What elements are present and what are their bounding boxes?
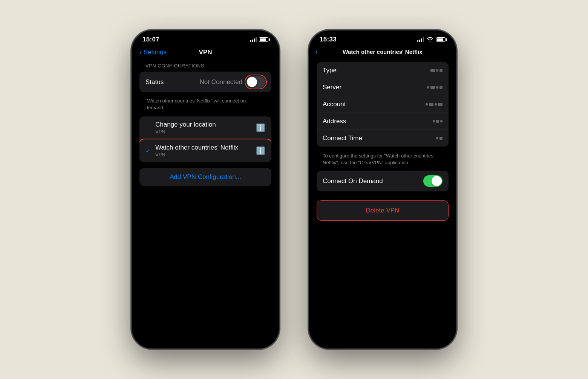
server-value [427, 86, 443, 89]
page-title-left: VPN [199, 49, 212, 56]
vpn-item-title-2: Watch other countries' Netflix [155, 144, 253, 151]
delete-vpn-button[interactable]: Delete VPN [317, 200, 449, 221]
vpn-item-change-location[interactable]: Change your location VPN ℹ️ [139, 116, 271, 139]
type-value [430, 69, 443, 72]
vpn-item-netflix[interactable]: ✓ Watch other countries' Netflix VPN ℹ️ [139, 139, 271, 162]
vpn-item-text: Change your location VPN [155, 121, 253, 134]
server-row[interactable]: Server [317, 79, 449, 96]
battery-icon-left [259, 37, 268, 42]
status-label: Status [145, 78, 200, 86]
delete-vpn-label: Delete VPN [366, 207, 400, 214]
connect-on-demand-toggle[interactable] [423, 175, 443, 187]
server-label: Server [323, 84, 427, 91]
connect-time-value [436, 137, 443, 140]
left-screen: 15:07 ‹ Settings VP [132, 31, 279, 348]
vpn-list: Change your location VPN ℹ️ ✓ Watch othe… [139, 116, 271, 162]
status-time-left: 15:07 [142, 36, 159, 43]
connect-time-row[interactable]: Connect Time [317, 130, 449, 147]
dynamic-island-left [183, 35, 228, 48]
right-phone: 15:33 [309, 31, 456, 348]
account-label: Account [323, 101, 426, 108]
back-button-right[interactable]: ‹ [315, 47, 318, 57]
status-icons-right [417, 37, 446, 43]
chevron-left-icon: ‹ [139, 48, 142, 57]
status-icons-left [250, 37, 268, 42]
wifi-icon-right [427, 37, 433, 43]
account-value [426, 103, 443, 106]
demand-toggle-thumb [432, 176, 442, 186]
vpn-item-title-1: Change your location [155, 121, 253, 128]
status-group: Status Not Connected [139, 72, 271, 92]
type-row[interactable]: Type [317, 62, 449, 79]
back-button-left[interactable]: ‹ Settings [139, 48, 167, 57]
back-label-left: Settings [144, 49, 167, 56]
vpn-description: "Watch other countries' Netflix" will co… [139, 95, 271, 115]
add-vpn-label: Add VPN Configuration... [170, 173, 241, 180]
chevron-left-icon-right: ‹ [315, 47, 318, 57]
status-time-right: 15:33 [320, 36, 337, 43]
vpn-item-text-2: Watch other countries' Netflix VPN [155, 144, 253, 157]
connect-on-demand-label: Connect On Demand [323, 177, 423, 185]
address-row[interactable]: Address [317, 113, 449, 130]
signal-icon-left [250, 37, 257, 42]
dynamic-island-right [360, 35, 405, 48]
add-vpn-button[interactable]: Add VPN Configuration... [139, 168, 271, 186]
content-right: Type Server [309, 58, 456, 348]
vpn-item-subtitle-1: VPN [155, 129, 253, 134]
account-row[interactable]: Account [317, 96, 449, 113]
connect-time-label: Connect Time [323, 134, 436, 142]
right-screen: 15:33 [309, 31, 456, 348]
address-label: Address [323, 118, 433, 125]
check-icon-netflix: ✓ [145, 147, 152, 154]
status-toggle[interactable] [246, 76, 265, 88]
signal-icon-right [417, 37, 424, 42]
info-icon-1[interactable]: ℹ️ [256, 123, 265, 132]
status-value: Not Connected [200, 78, 242, 86]
info-note: To configure the settings for "Watch oth… [317, 150, 449, 171]
toggle-thumb [247, 77, 257, 87]
type-label: Type [323, 67, 430, 74]
content-left: VPN CONFIGURATIONS Status Not Connected … [132, 59, 279, 348]
page-title-right: Watch other countries' Netflix [343, 49, 422, 55]
battery-icon-right [436, 37, 446, 42]
connect-on-demand-row: Connect On Demand [317, 171, 449, 191]
left-phone: 15:07 ‹ Settings VP [132, 31, 279, 348]
vpn-item-subtitle-2: VPN [155, 152, 253, 157]
address-value [433, 120, 443, 123]
status-row: Status Not Connected [139, 72, 271, 92]
detail-group: Type Server [317, 62, 449, 147]
section-header-vpn: VPN CONFIGURATIONS [139, 63, 271, 69]
info-icon-2[interactable]: ℹ️ [256, 146, 265, 155]
